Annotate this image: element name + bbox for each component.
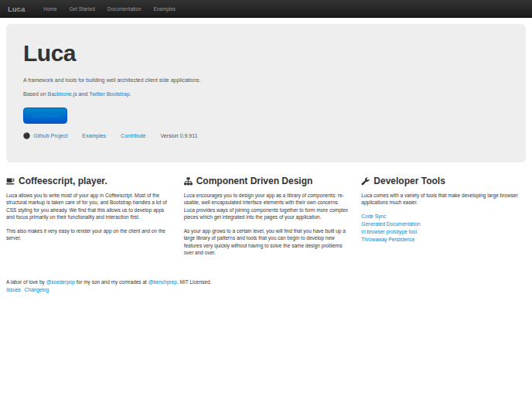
footer-text: A labor of love by [6,279,46,285]
contribute-link[interactable]: Contribute [121,133,145,138]
code-sync-link[interactable]: Code Sync [361,213,526,220]
examples-link[interactable]: Examples [82,133,106,138]
column-heading: Developer Tools [361,176,526,186]
column-heading: Coffeescript, player. [6,176,171,186]
nav-item-home[interactable]: Home [37,0,63,18]
nav-item-get-started[interactable]: Get Started [63,0,101,18]
column-title: Coffeescript, player. [19,176,107,186]
version-label: Version 0.9.911 [160,133,197,138]
nav-item-documentation[interactable]: Documentation [101,0,148,18]
column-heading: Component Driven Design [184,176,349,186]
hero-unit: Luca A framework and tools for building … [6,24,526,162]
column-coffeescript: Coffeescript, player. Luca allows you to… [6,176,171,262]
bootstrap-link[interactable]: Twitter Bootstrap. [89,91,131,97]
benchprep-link[interactable]: @benchprep [148,279,177,285]
changelog-link[interactable]: Changelog [25,287,49,292]
column-paragraph: Luca allows you to write most of your ap… [6,192,171,221]
brand-logo[interactable]: Luca [8,5,25,13]
based-on-prefix: Based on [23,91,48,97]
github-project-link[interactable]: Github Project [33,133,67,138]
column-developer-tools: Developer Tools Luca comes with a variet… [361,176,526,262]
footer-links: Issues Changelog [6,286,526,294]
footer-text: . MIT Licensed. [177,279,211,285]
hero-quick-links: Github Project Examples Contribute Versi… [23,132,509,139]
column-title: Developer Tools [373,176,445,186]
sitemap-icon [184,177,193,186]
backbone-link[interactable]: Backbone.js [48,91,77,97]
page-title: Luca [23,42,509,65]
github-icon [23,132,30,139]
column-paragraph: Luca encourages you to design your app a… [184,192,349,221]
throwaway-persistence-link[interactable]: Throwaway Persistence [361,236,526,244]
footer-text: for my son and my comrades at [75,279,148,285]
download-button[interactable]: Download [23,108,67,124]
soederpop-link[interactable]: @soederpop [46,279,75,285]
nav-item-examples[interactable]: Examples [148,0,182,18]
marketing-row: Coffeescript, player. Luca allows you to… [0,176,532,262]
column-component-design: Component Driven Design Luca encourages … [184,176,349,262]
navbar: Luca Home Get Started Documentation Exam… [0,0,532,18]
column-paragraph: This also makes it very easy to render y… [6,227,171,242]
hero-subtitle: A framework and tools for building well … [23,77,509,84]
browser-prototype-tool-link[interactable]: In browser prototype tool [361,228,526,236]
issues-link[interactable]: Issues [6,287,21,292]
column-paragraph: Luca comes with a variety of tools that … [361,192,526,207]
footer: A labor of love by @soederpop for my son… [0,278,532,294]
column-paragraph: As your app grows to a certain level, yo… [184,227,349,257]
generated-documentation-link[interactable]: Generated Documentation [361,220,526,228]
wrench-icon [361,177,370,186]
footer-credit: A labor of love by @soederpop for my son… [6,278,526,286]
hero-based-on: Based on Backbone.js and Twitter Bootstr… [23,90,509,97]
based-on-middle: and [77,91,89,97]
coffee-mug-icon [6,177,15,186]
column-title: Component Driven Design [196,176,313,186]
